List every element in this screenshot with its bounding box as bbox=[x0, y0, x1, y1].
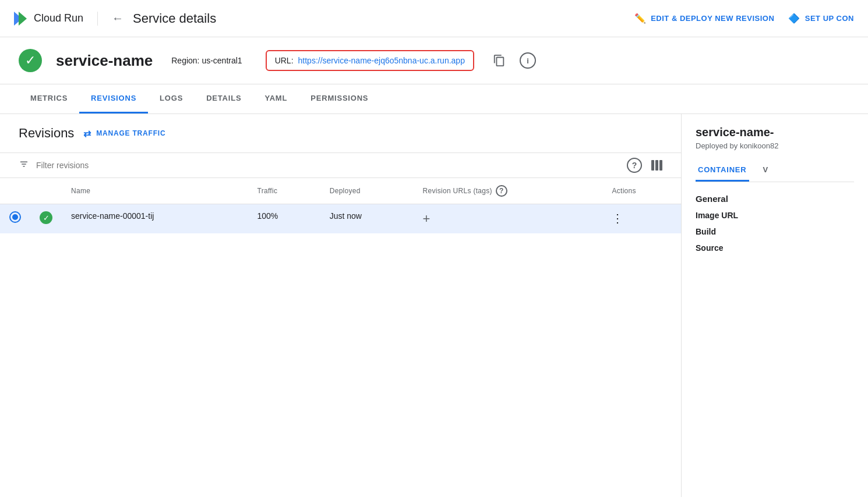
table-row: ✓ service-name-00001-tij 100% Just now +… bbox=[0, 204, 681, 234]
col-urls: Revision URLs (tags) ? bbox=[414, 178, 603, 204]
service-status-icon: ✓ bbox=[19, 49, 42, 72]
row-name-cell: service-name-00001-tij bbox=[62, 204, 248, 234]
manage-traffic-button[interactable]: ⇄ MANAGE TRAFFIC bbox=[83, 128, 165, 139]
main-content: Revisions ⇄ MANAGE TRAFFIC ? bbox=[0, 114, 868, 497]
setup-icon: 🔷 bbox=[788, 13, 800, 24]
check-icon: ✓ bbox=[25, 53, 36, 68]
field-build: Build bbox=[696, 227, 854, 236]
right-tab-container[interactable]: CONTAINER bbox=[696, 159, 749, 182]
row-status-icon: ✓ bbox=[40, 211, 52, 224]
copy-url-button[interactable] bbox=[493, 54, 506, 67]
tab-yaml[interactable]: YAML bbox=[253, 84, 299, 113]
radio-inner bbox=[12, 214, 18, 220]
right-panel: service-name- Deployed by konikoon82 CON… bbox=[682, 114, 868, 497]
revisions-table: Name Traffic Deployed Revision URLs (tag… bbox=[0, 178, 681, 233]
section-general: General bbox=[696, 194, 854, 204]
edit-icon: ✏️ bbox=[634, 13, 647, 24]
edit-deploy-button[interactable]: ✏️ EDIT & DEPLOY NEW REVISION bbox=[634, 13, 775, 24]
col-status bbox=[30, 178, 62, 204]
filter-input[interactable] bbox=[36, 161, 620, 170]
col-bar-1 bbox=[651, 160, 654, 171]
setup-con-button[interactable]: 🔷 SET UP CON bbox=[788, 13, 854, 24]
manage-traffic-label: MANAGE TRAFFIC bbox=[96, 129, 165, 137]
col-traffic: Traffic bbox=[248, 178, 320, 204]
field-image-url: Image URL bbox=[696, 211, 854, 220]
right-tab-v[interactable]: V bbox=[761, 159, 771, 182]
copy-icon bbox=[493, 54, 506, 67]
filter-icon bbox=[19, 159, 29, 172]
field-source: Source bbox=[696, 243, 854, 253]
row-radio-button[interactable] bbox=[9, 211, 21, 223]
tab-details[interactable]: DETAILS bbox=[195, 84, 253, 113]
row-deployed-cell: Just now bbox=[320, 204, 414, 234]
left-panel: Revisions ⇄ MANAGE TRAFFIC ? bbox=[0, 114, 682, 497]
service-url-box: URL: https://service-name-ejq6o5nbna-uc.… bbox=[266, 50, 474, 71]
table-header-row: Name Traffic Deployed Revision URLs (tag… bbox=[0, 178, 681, 204]
app-name: Cloud Run bbox=[34, 12, 83, 24]
tab-permissions[interactable]: PERMISSIONS bbox=[299, 84, 380, 113]
add-tag-button[interactable]: + bbox=[423, 211, 431, 226]
logo-icon bbox=[14, 12, 27, 26]
row-radio-cell[interactable] bbox=[0, 204, 30, 234]
info-button[interactable]: i bbox=[520, 52, 536, 69]
tab-metrics[interactable]: METRICS bbox=[19, 84, 79, 113]
row-traffic-cell: 100% bbox=[248, 204, 320, 234]
columns-selector-button[interactable] bbox=[651, 160, 662, 171]
edit-deploy-label: EDIT & DEPLOY NEW REVISION bbox=[651, 14, 774, 23]
col-radio bbox=[0, 178, 30, 204]
row-status-cell: ✓ bbox=[30, 204, 62, 234]
col-deployed: Deployed bbox=[320, 178, 414, 204]
service-region: Region: us-central1 bbox=[171, 56, 242, 65]
header-actions: ✏️ EDIT & DEPLOY NEW REVISION 🔷 SET UP C… bbox=[634, 13, 854, 24]
service-url-link[interactable]: https://service-name-ejq6o5nbna-uc.a.run… bbox=[298, 56, 465, 65]
col-bar-3 bbox=[659, 160, 662, 171]
urls-help-icon[interactable]: ? bbox=[496, 185, 507, 197]
revisions-header: Revisions ⇄ MANAGE TRAFFIC bbox=[0, 114, 681, 152]
row-actions-cell[interactable]: ⋮ bbox=[602, 204, 681, 234]
tab-revisions[interactable]: REVISIONS bbox=[79, 84, 148, 113]
tabs-bar: METRICS REVISIONS LOGS DETAILS YAML PERM… bbox=[0, 84, 868, 114]
info-icon: i bbox=[527, 56, 529, 65]
revisions-title: Revisions bbox=[19, 126, 74, 141]
row-urls-cell[interactable]: + bbox=[414, 204, 603, 234]
col-bar-2 bbox=[655, 160, 658, 171]
back-button[interactable]: ← bbox=[112, 12, 124, 25]
right-panel-title: service-name- bbox=[696, 126, 854, 139]
col-actions: Actions bbox=[602, 178, 681, 204]
right-tabs: CONTAINER V bbox=[696, 159, 854, 182]
filter-bar: ? bbox=[0, 152, 681, 178]
arrow-green-icon bbox=[19, 12, 27, 26]
filter-help-button[interactable]: ? bbox=[627, 158, 642, 173]
service-bar: ✓ service-name Region: us-central1 URL: … bbox=[0, 37, 868, 84]
app-logo: Cloud Run bbox=[14, 12, 98, 26]
more-menu-button[interactable]: ⋮ bbox=[612, 212, 624, 225]
setup-con-label: SET UP CON bbox=[805, 14, 854, 23]
traffic-icon: ⇄ bbox=[83, 128, 91, 139]
header-nav: ← Service details bbox=[98, 11, 634, 26]
header: Cloud Run ← Service details ✏️ EDIT & DE… bbox=[0, 0, 868, 37]
right-panel-subtitle: Deployed by konikoon82 bbox=[696, 141, 854, 150]
col-name: Name bbox=[62, 178, 248, 204]
tab-logs[interactable]: LOGS bbox=[148, 84, 195, 113]
url-label: URL: bbox=[275, 56, 294, 65]
service-name: service-name bbox=[56, 52, 153, 70]
filter-actions: ? bbox=[627, 158, 662, 173]
page-title: Service details bbox=[133, 11, 216, 26]
